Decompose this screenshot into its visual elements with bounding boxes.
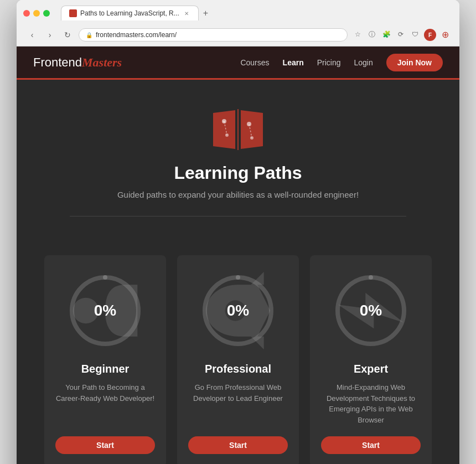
beginner-description: Your Path to Becoming a Career-Ready Web… — [55, 382, 155, 425]
nav-courses[interactable]: Courses — [240, 58, 269, 67]
tab-title: Paths to Learning JavaScript, R... — [80, 9, 179, 17]
browser-window: Paths to Learning JavaScript, R... ✕ + ‹… — [17, 0, 459, 464]
logo-masters-text: Masters — [82, 55, 122, 70]
professional-card[interactable]: 0% Professional Go From Professional Web… — [177, 255, 299, 464]
hero-icon: × — [210, 107, 266, 152]
tab-favicon — [69, 9, 77, 17]
professional-description: Go From Professional Web Developer to Le… — [188, 382, 288, 425]
maximize-traffic-light[interactable] — [43, 10, 50, 17]
bookmark-icon[interactable]: ☆ — [352, 29, 363, 40]
professional-title: Professional — [205, 363, 271, 375]
site-header: Frontend Masters Courses Learn Pricing L… — [17, 47, 459, 80]
svg-marker-0 — [213, 110, 235, 149]
address-bar-row: ‹ › ↻ 🔒 frontendmasters.com/learn/ ☆ ⓘ 🧩… — [23, 25, 453, 46]
professional-progress-circle: 0% — [199, 272, 277, 349]
profile-avatar[interactable]: F — [424, 29, 436, 41]
info-icon[interactable]: ⓘ — [366, 29, 377, 40]
professional-start-button[interactable]: Start — [188, 436, 288, 454]
tab-bar: Paths to Learning JavaScript, R... ✕ + — [61, 6, 453, 20]
svg-marker-1 — [241, 110, 263, 149]
website-content: Frontend Masters Courses Learn Pricing L… — [17, 47, 459, 464]
beginner-card[interactable]: 0% Beginner Your Path to Becoming a Care… — [44, 255, 166, 464]
close-traffic-light[interactable] — [23, 10, 30, 17]
beginner-progress-text: 0% — [94, 302, 116, 319]
expert-progress-circle: 0% — [332, 272, 410, 349]
lock-icon: 🔒 — [86, 32, 92, 38]
hero-divider — [70, 216, 406, 216]
hero-section: × Learning Paths Guided paths to expand … — [17, 80, 459, 239]
professional-progress-inner: 0% — [199, 272, 277, 349]
expert-progress-text: 0% — [360, 302, 382, 319]
minimize-traffic-light[interactable] — [33, 10, 40, 17]
beginner-title: Beginner — [81, 363, 130, 375]
browser-chrome: Paths to Learning JavaScript, R... ✕ + ‹… — [17, 0, 459, 47]
nav-login[interactable]: Login — [354, 58, 373, 67]
back-button[interactable]: ‹ — [25, 28, 39, 42]
tab-close-button[interactable]: ✕ — [183, 9, 190, 17]
nav-pricing[interactable]: Pricing — [317, 58, 341, 67]
expert-start-button[interactable]: Start — [321, 436, 421, 454]
hero-title: Learning Paths — [28, 163, 448, 183]
traffic-lights — [23, 10, 50, 17]
expert-title: Expert — [354, 363, 388, 375]
hero-subtitle: Guided paths to expand your abilities as… — [28, 190, 448, 199]
svg-text:×: × — [223, 119, 225, 124]
address-bar[interactable]: 🔒 frontendmasters.com/learn/ — [79, 28, 348, 42]
forward-button[interactable]: › — [43, 28, 56, 42]
nav-learn[interactable]: Learn — [283, 58, 304, 67]
join-now-button[interactable]: Join Now — [386, 54, 443, 71]
beginner-progress-circle: 0% — [66, 272, 144, 349]
logo-frontend-text: Frontend — [33, 55, 82, 70]
extension-icon[interactable]: 🧩 — [381, 29, 392, 40]
shield-icon[interactable]: 🛡 — [410, 29, 421, 40]
expert-card[interactable]: 0% Expert Mind-Expanding Web Development… — [310, 255, 432, 464]
browser-controls: Paths to Learning JavaScript, R... ✕ + — [23, 6, 453, 20]
menu-icon[interactable]: ⊕ — [439, 29, 451, 40]
site-nav: Courses Learn Pricing Login Join Now — [240, 54, 443, 71]
beginner-start-button[interactable]: Start — [55, 436, 155, 454]
browser-tab[interactable]: Paths to Learning JavaScript, R... ✕ — [61, 6, 199, 20]
cards-section: 0% Beginner Your Path to Becoming a Care… — [17, 239, 459, 464]
expert-progress-inner: 0% — [332, 272, 410, 349]
sync-icon[interactable]: ⟳ — [395, 29, 406, 40]
url-text: frontendmasters.com/learn/ — [96, 31, 177, 39]
expert-description: Mind-Expanding Web Development Technique… — [321, 382, 421, 425]
new-tab-button[interactable]: + — [199, 6, 213, 20]
toolbar-icons: ☆ ⓘ 🧩 ⟳ 🛡 F ⊕ — [352, 29, 451, 41]
logo[interactable]: Frontend Masters — [33, 55, 122, 70]
beginner-progress-inner: 0% — [66, 272, 144, 349]
refresh-button[interactable]: ↻ — [61, 28, 74, 42]
professional-progress-text: 0% — [227, 302, 249, 319]
